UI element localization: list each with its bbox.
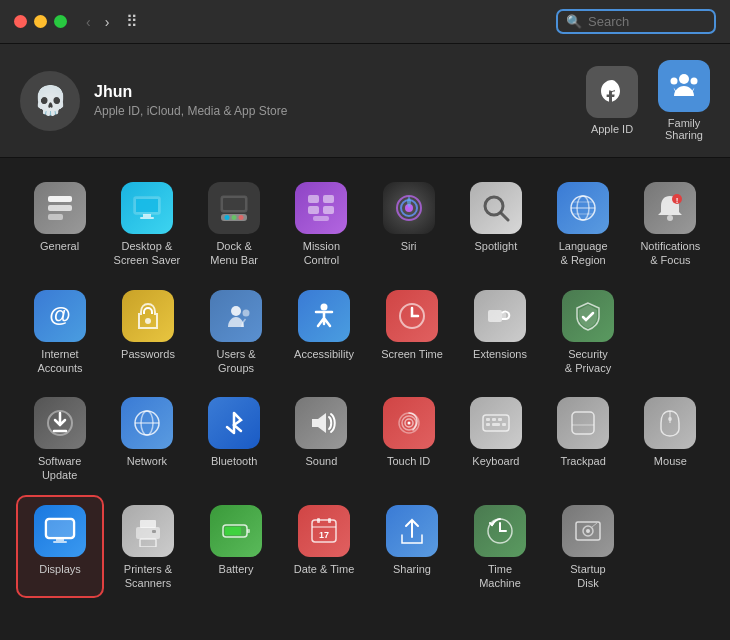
svg-rect-17	[323, 195, 334, 203]
sound-icon	[295, 397, 347, 449]
pref-item-trackpad[interactable]: Trackpad	[540, 387, 627, 491]
back-arrow[interactable]: ‹	[81, 12, 96, 32]
apple-id-button[interactable]: Apple ID	[586, 66, 638, 135]
mission-control-label: MissionControl	[303, 239, 340, 268]
time-machine-icon	[474, 505, 526, 557]
svg-rect-63	[56, 538, 64, 541]
pref-item-date-time[interactable]: 17Date & Time	[280, 495, 368, 599]
svg-point-37	[243, 309, 250, 316]
language-region-label: Language& Region	[559, 239, 608, 268]
desktop-screensaver-icon	[121, 182, 173, 234]
siri-icon	[383, 182, 435, 234]
pref-item-language-region[interactable]: Language& Region	[540, 172, 627, 276]
close-button[interactable]	[14, 15, 27, 28]
pref-item-printers-scanners[interactable]: Printers &Scanners	[104, 495, 192, 599]
trackpad-label: Trackpad	[560, 454, 605, 468]
svg-rect-64	[53, 541, 67, 543]
trackpad-icon	[557, 397, 609, 449]
pref-item-sound[interactable]: Sound	[278, 387, 365, 491]
svg-rect-68	[152, 530, 156, 533]
search-box[interactable]: 🔍	[556, 9, 716, 34]
pref-item-keyboard[interactable]: Keyboard	[452, 387, 539, 491]
pref-item-desktop-screensaver[interactable]: Desktop &Screen Saver	[103, 172, 190, 276]
pref-item-mission-control[interactable]: MissionControl	[278, 172, 365, 276]
network-icon	[121, 397, 173, 449]
pref-item-security-privacy[interactable]: Security& Privacy	[544, 280, 632, 384]
pref-item-internet-accounts[interactable]: @InternetAccounts	[16, 280, 104, 384]
accessibility-label: Accessibility	[294, 347, 354, 361]
time-machine-label: TimeMachine	[479, 562, 521, 591]
svg-rect-53	[498, 418, 502, 421]
pref-item-mouse[interactable]: Mouse	[627, 387, 714, 491]
bluetooth-label: Bluetooth	[211, 454, 257, 468]
notifications-focus-label: Notifications& Focus	[640, 239, 700, 268]
svg-rect-20	[313, 216, 329, 221]
svg-text:!: !	[676, 196, 679, 205]
svg-line-25	[501, 213, 508, 220]
svg-point-0	[679, 74, 689, 84]
dock-menu-label: Dock &Menu Bar	[210, 239, 258, 268]
svg-rect-65	[136, 527, 160, 539]
family-sharing-button[interactable]: FamilySharing	[658, 60, 710, 141]
pref-item-accessibility[interactable]: Accessibility	[280, 280, 368, 384]
search-input[interactable]	[588, 14, 708, 29]
traffic-lights	[14, 15, 67, 28]
spotlight-icon	[470, 182, 522, 234]
security-privacy-label: Security& Privacy	[565, 347, 611, 376]
extensions-icon	[474, 290, 526, 342]
apple-id-icon	[586, 66, 638, 118]
grid-row: @InternetAccountsPasswordsUsers &GroupsA…	[16, 280, 714, 384]
pref-item-general[interactable]: General	[16, 172, 103, 276]
forward-arrow[interactable]: ›	[100, 12, 115, 32]
svg-rect-67	[140, 539, 156, 547]
printers-scanners-label: Printers &Scanners	[124, 562, 172, 591]
svg-rect-55	[492, 423, 500, 426]
pref-item-extensions[interactable]: Extensions	[456, 280, 544, 384]
profile-info: Jhun Apple ID, iCloud, Media & App Store	[94, 83, 287, 118]
pref-item-screen-time[interactable]: Screen Time	[368, 280, 456, 384]
mouse-icon	[644, 397, 696, 449]
pref-item-displays[interactable]: Displays	[16, 495, 104, 599]
svg-text:@: @	[49, 302, 70, 327]
users-groups-label: Users &Groups	[216, 347, 255, 376]
profile-subtitle: Apple ID, iCloud, Media & App Store	[94, 104, 287, 118]
svg-rect-54	[486, 423, 490, 426]
profile-right: Apple ID FamilySharing	[586, 60, 710, 141]
pref-item-network[interactable]: Network	[103, 387, 190, 491]
svg-rect-11	[223, 198, 245, 210]
maximize-button[interactable]	[54, 15, 67, 28]
date-time-icon: 17	[298, 505, 350, 557]
pref-item-siri[interactable]: Siri	[365, 172, 452, 276]
search-icon: 🔍	[566, 14, 582, 29]
mission-control-icon	[295, 182, 347, 234]
app-grid-icon[interactable]: ⠿	[126, 12, 138, 31]
startup-disk-label: StartupDisk	[570, 562, 605, 591]
siri-label: Siri	[401, 239, 417, 253]
users-groups-icon	[210, 290, 262, 342]
pref-item-users-groups[interactable]: Users &Groups	[192, 280, 280, 384]
svg-point-1	[691, 78, 698, 85]
svg-point-2	[671, 78, 678, 85]
pref-item-passwords[interactable]: Passwords	[104, 280, 192, 384]
pref-item-startup-disk[interactable]: StartupDisk	[544, 495, 632, 599]
pref-item-dock-menu[interactable]: Dock &Menu Bar	[191, 172, 278, 276]
svg-rect-9	[140, 217, 154, 219]
svg-point-38	[321, 303, 328, 310]
pref-item-touch-id[interactable]: Touch ID	[365, 387, 452, 491]
svg-rect-40	[488, 310, 502, 322]
internet-accounts-icon: @	[34, 290, 86, 342]
pref-item-battery[interactable]: Battery	[192, 495, 280, 599]
minimize-button[interactable]	[34, 15, 47, 28]
pref-item-sharing[interactable]: Sharing	[368, 495, 456, 599]
pref-item-time-machine[interactable]: TimeMachine	[456, 495, 544, 599]
spotlight-label: Spotlight	[474, 239, 517, 253]
screen-time-icon	[386, 290, 438, 342]
pref-item-software-update[interactable]: SoftwareUpdate	[16, 387, 103, 491]
pref-item-spotlight[interactable]: Spotlight	[452, 172, 539, 276]
desktop-screensaver-label: Desktop &Screen Saver	[114, 239, 181, 268]
pref-item-notifications-focus[interactable]: !Notifications& Focus	[627, 172, 714, 276]
svg-rect-5	[48, 214, 63, 220]
profile-left: 💀 Jhun Apple ID, iCloud, Media & App Sto…	[20, 71, 287, 131]
passwords-icon	[122, 290, 174, 342]
pref-item-bluetooth[interactable]: Bluetooth	[191, 387, 278, 491]
